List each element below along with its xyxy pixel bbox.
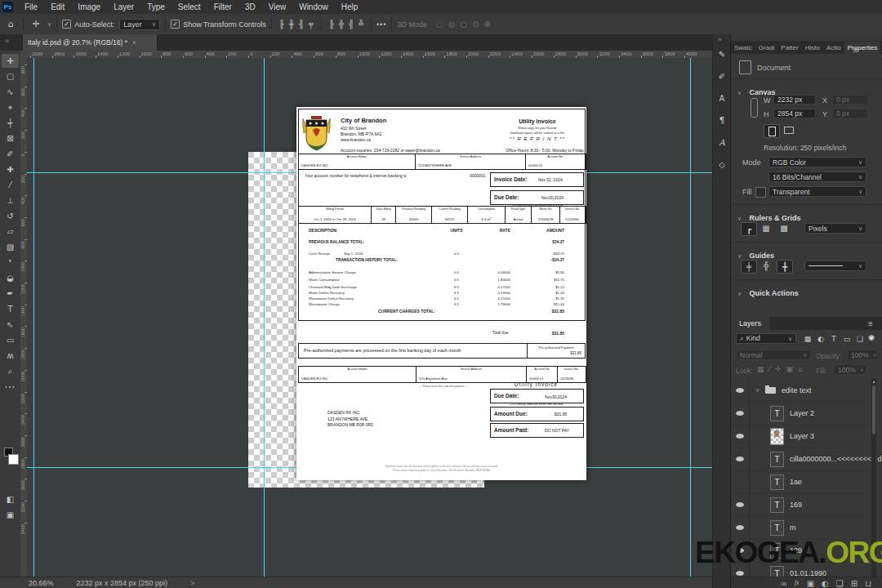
healing-brush-tool[interactable]: ✚ [2,163,19,176]
clone-stamp-tool[interactable]: ⊥ [2,194,19,207]
path-select-tool[interactable]: ⇖ [2,318,19,332]
move-tool[interactable]: ✛ [2,54,19,68]
fill-swatch[interactable] [755,187,766,198]
distribute-icon-3[interactable]: ╩ [359,20,363,29]
hand-tool[interactable]: ʍ [2,349,19,363]
menu-layer[interactable]: Layer [107,0,140,14]
type-tool[interactable]: T [2,302,19,316]
filter-adjustment-layers-icon[interactable]: ◐ [816,333,826,344]
lock-all-icon[interactable]: ⌂ [798,365,803,373]
visibility-toggle[interactable] [731,402,750,425]
menu-image[interactable]: Image [71,0,107,14]
type-layer-icon[interactable]: T [770,520,784,536]
distribute-icon-0[interactable]: ╠ [329,20,334,29]
menu-window[interactable]: Window [292,0,335,14]
libraries-panel-icon[interactable]: ◇ [715,158,728,171]
type-layer-icon[interactable]: T [770,452,784,467]
marquee-tool[interactable]: ▢ [2,69,19,83]
guide-vertical-left[interactable] [33,58,34,577]
link-dimensions-icon[interactable] [751,98,758,118]
delete-layer-icon[interactable]: ⊔ [865,579,871,588]
layer-name[interactable]: Layer 2 [790,409,814,417]
distribute-icon-2[interactable]: ╣ [349,20,354,29]
filter-toggle-icon[interactable]: ◉ [868,333,875,341]
menu-3d[interactable]: 3D [238,0,262,14]
chevron-down-icon[interactable]: ∨ [755,387,760,394]
zoom-tool[interactable]: ⌕ [2,364,19,378]
menu-filter[interactable]: Filter [207,0,238,14]
visibility-toggle[interactable] [731,493,750,516]
visibility-toggle[interactable] [731,470,750,493]
brush-settings-panel-icon[interactable]: ✎ [715,47,728,60]
menu-view[interactable]: View [262,0,293,14]
close-tab-icon[interactable]: × [132,38,136,47]
bit-depth-dropdown[interactable]: 16 Bits/Channel ∨ [768,172,866,182]
menu-file[interactable]: File [18,0,44,14]
blur-tool[interactable]: ❜ [2,256,19,270]
edit-toolbar[interactable]: ••• [2,380,19,394]
gradient-tool[interactable]: ▨ [2,240,19,254]
layers-fill-input[interactable]: 100% ∨ [834,364,866,375]
layer-row-layer-3[interactable]: Layer 3 [731,425,876,448]
new-layer-icon[interactable]: ⊞ [851,579,858,588]
clear-guides-button[interactable]: ╋ [777,260,793,274]
menu-edit[interactable]: Edit [44,0,71,14]
layer-row-169[interactable]: T169 [731,493,876,517]
eyedropper-tool[interactable]: ✐ [2,147,19,161]
align-icon-1[interactable]: ╫ [289,20,294,29]
type-layer-icon[interactable]: T [770,406,784,421]
lock-paint-icon[interactable]: ⁄ [769,365,771,373]
frame-tool[interactable]: ⊠ [2,131,19,145]
crop-tool[interactable]: ┽ [2,116,19,130]
filter-shape-layers-icon[interactable]: ▭ [842,333,852,344]
menu-select[interactable]: Select [172,0,207,14]
guide-style-dropdown[interactable]: ∨ [804,261,866,271]
type-layer-icon[interactable]: T [770,497,784,513]
layer-row-edite-text[interactable]: ∨edite text [731,379,876,403]
layer-effects-icon[interactable]: fx [795,579,800,588]
tab-properties[interactable]: Properties [844,42,880,54]
filter-type-layers-icon[interactable]: T [829,333,839,344]
add-layer-mask-icon[interactable]: ▣ [807,579,814,588]
adjustment-layer-icon[interactable]: ◐ [822,579,829,588]
portrait-orientation-button[interactable] [764,124,780,138]
quick-actions-section-header[interactable]: ∨ Quick Actions [737,284,799,299]
layer-name[interactable]: 169 [790,501,802,509]
layer-name[interactable]: m [790,523,796,532]
visibility-toggle[interactable] [731,448,750,470]
document-tab[interactable]: Italy id.psd @ 20.7% (RGB/16) * × [23,34,158,51]
brush-tool[interactable]: ⁄ [2,178,19,192]
collapse-tabs-icon[interactable]: » [5,37,9,45]
lock-guides-button[interactable]: ╬ [759,260,773,272]
tab-gradi[interactable]: Gradi [755,42,778,54]
align-icon-0[interactable]: ╟ [279,20,284,29]
lock-move-icon[interactable]: ✛ [775,365,782,373]
toggle-snap-button[interactable]: ▩ [777,222,791,234]
show-transform-checkbox[interactable]: ✓ [171,20,180,29]
zoom-level[interactable]: 20.66% [29,579,54,587]
expand-panels-icon[interactable]: » [718,36,721,43]
type-layer-icon[interactable]: T [770,474,784,490]
lock-transparent-icon[interactable]: ▦ [757,365,764,373]
home-icon[interactable]: ⌂ [3,19,18,29]
distribute-icon-1[interactable]: ╬ [339,20,344,29]
layer-row-1ae[interactable]: T1ae [731,470,876,494]
layer-name[interactable]: cilla0000000...<<<<<<<<0 d [790,455,882,463]
new-group-icon[interactable]: ❏ [836,579,844,588]
auto-select-checkbox[interactable]: ✓ [62,20,71,29]
auto-select-target-dropdown[interactable]: Layer ∨ [119,19,160,30]
canvas-fill-dropdown[interactable]: Transparent ∨ [768,186,866,197]
quick-mask-icon[interactable]: ◧ [2,492,19,506]
canvas-area[interactable]: City of Brandon 410 9th Street Brandon, … [27,58,712,577]
pen-tool[interactable]: ✒ [2,287,19,301]
paragraph-panel-icon[interactable]: ¶ [715,114,728,127]
eraser-tool[interactable]: ▱ [2,225,19,238]
link-layers-icon[interactable]: ∞ [781,579,787,588]
layer-thumbnail[interactable] [770,428,784,445]
character-panel-icon[interactable]: A [715,91,728,105]
blend-mode-dropdown[interactable]: Normal ∨ [736,350,811,360]
menu-help[interactable]: Help [335,0,365,14]
panel-menu-icon[interactable]: ≡ [853,46,858,55]
tab-patter[interactable]: Patter [777,42,801,54]
layer-row-cilla0000000-0-d[interactable]: Tcilla0000000...<<<<<<<<0 d [731,448,876,471]
